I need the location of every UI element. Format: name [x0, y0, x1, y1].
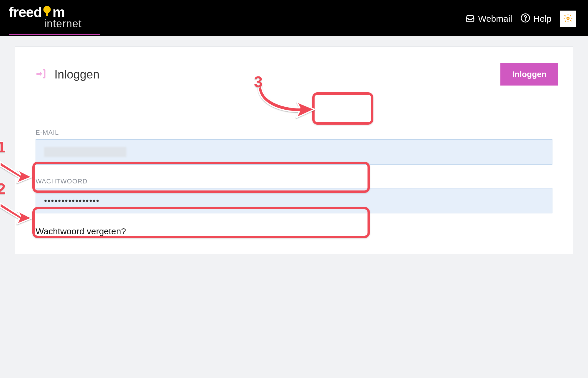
help-label: Help — [533, 14, 552, 24]
password-label: WACHTWOORD — [36, 178, 552, 185]
lightbulb-icon — [42, 6, 52, 18]
inbox-icon — [465, 13, 475, 25]
help-link[interactable]: Help — [520, 13, 552, 25]
webmail-label: Webmail — [478, 14, 512, 24]
login-card: Inloggen Inloggen E-MAIL WACHTWOORD ••••… — [15, 46, 573, 254]
annotation-badge-1: 1 — [0, 138, 6, 156]
svg-rect-5 — [568, 14, 569, 15]
redacted-email-value — [44, 147, 126, 157]
svg-rect-7 — [564, 18, 565, 19]
webmail-link[interactable]: Webmail — [465, 13, 512, 25]
card-header: Inloggen Inloggen — [15, 47, 573, 102]
login-arrow-icon — [36, 68, 46, 80]
svg-rect-11 — [570, 14, 572, 16]
login-submit-button[interactable]: Inloggen — [500, 63, 558, 86]
card-body: E-MAIL WACHTWOORD •••••••••••••••• Wacht… — [15, 102, 573, 254]
top-nav-bar: freed m internet Webmail — [0, 0, 588, 36]
logo-word: freed m — [9, 5, 82, 19]
password-input[interactable]: •••••••••••••••• — [36, 188, 552, 213]
settings-button[interactable] — [560, 11, 576, 27]
svg-rect-9 — [564, 15, 566, 17]
brand-logo[interactable]: freed m internet — [9, 5, 82, 32]
card-title: Inloggen — [54, 68, 99, 81]
page-body: Inloggen Inloggen E-MAIL WACHTWOORD ••••… — [0, 36, 588, 290]
annotation-badge-2: 2 — [0, 180, 6, 198]
email-input[interactable] — [36, 139, 552, 165]
svg-rect-1 — [46, 13, 49, 16]
svg-point-13 — [567, 18, 569, 19]
svg-rect-8 — [571, 18, 572, 19]
help-icon — [520, 13, 530, 25]
svg-point-3 — [525, 19, 526, 20]
nav-right-group: Webmail Help — [465, 11, 576, 27]
svg-rect-12 — [565, 20, 567, 22]
email-label: E-MAIL — [36, 129, 552, 136]
svg-rect-6 — [568, 21, 569, 22]
forgot-password-link[interactable]: Wachtwoord vergeten? — [36, 226, 126, 236]
svg-rect-10 — [570, 20, 572, 22]
gear-icon — [563, 14, 573, 24]
svg-point-0 — [44, 6, 51, 13]
